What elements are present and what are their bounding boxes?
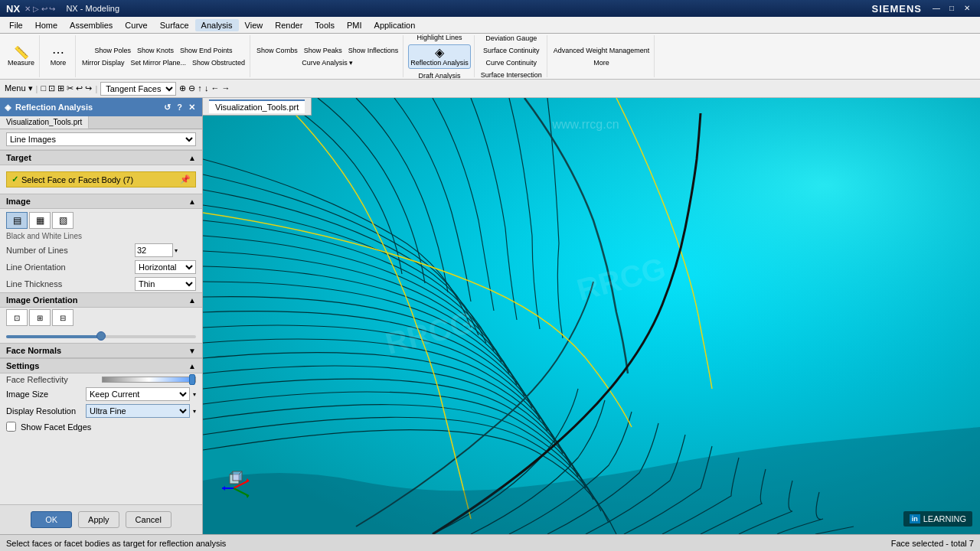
mirror-display-btn[interactable]: Mirror Display: [80, 57, 126, 68]
minimize-button[interactable]: —: [929, 3, 943, 14]
show-facet-edges-checkbox[interactable]: [6, 422, 16, 432]
toolbar-measure-btn[interactable]: 📏 Measure: [6, 45, 36, 68]
line-thickness-select[interactable]: Thin Medium Thick: [135, 277, 196, 291]
menu-tools[interactable]: Tools: [309, 19, 341, 31]
curve-row2: Curve Analysis ▾: [300, 57, 354, 68]
show-peaks-btn[interactable]: Show Peaks: [302, 45, 344, 56]
main-area: ◈ Reflection Analysis ↺ ? ✕ Visualizatio…: [0, 98, 980, 534]
reflectivity-bar[interactable]: [102, 377, 196, 383]
app-icon: NX: [6, 3, 20, 15]
orient-btn-3[interactable]: ⊟: [52, 309, 74, 326]
curve-continuity-btn[interactable]: Curve Continuity: [485, 57, 539, 68]
linkedin-badge: in LEARNING: [903, 511, 972, 527]
toolbar-measure-group: 📏 Measure: [3, 35, 40, 77]
statusbar-left: Select faces or facet bodies as target f…: [6, 539, 226, 548]
image-label: Image: [6, 197, 31, 206]
menu-surface[interactable]: Surface: [154, 19, 195, 31]
show-facet-edges-label: Show Facet Edges: [21, 422, 91, 432]
tab-visualization-tools[interactable]: Visualization_Tools.prt: [0, 116, 89, 129]
menu-view[interactable]: View: [239, 19, 270, 31]
orientation-slider-thumb[interactable]: [96, 331, 106, 341]
menu-application[interactable]: Application: [368, 19, 422, 31]
dialog-reset-btn[interactable]: ↺: [162, 103, 173, 112]
dialog-content: Line Images Environment Photo Studio Tar…: [0, 129, 202, 504]
face-normals-label: Face Normals: [6, 346, 61, 355]
menu-assemblies[interactable]: Assemblies: [64, 19, 119, 31]
set-mirror-plane-btn[interactable]: Set Mirror Plane...: [129, 57, 188, 68]
menu-file[interactable]: File: [3, 19, 29, 31]
maximize-button[interactable]: □: [945, 3, 959, 14]
action-buttons: OK Apply Cancel: [0, 504, 202, 534]
dialog-help-btn[interactable]: ?: [175, 103, 185, 112]
target-select-label: Select Face or Facet Body (7): [21, 175, 177, 184]
highlight-lines-btn[interactable]: 〰Highlight Lines: [415, 34, 463, 43]
viewport-svg: www.rrcg.cn RRCG RRCG: [203, 98, 980, 534]
commandbar: Menu ▾ | □ ⊡ ⊞ ✂ ↩ ↪ | Tangent Faces All…: [0, 80, 980, 98]
surface-continuity-btn[interactable]: Surface Continuity: [482, 45, 541, 56]
advanced-weight-btn[interactable]: Advanced Weight Management: [552, 45, 651, 56]
num-lines-input[interactable]: [135, 243, 173, 257]
show-poles-btn[interactable]: Show Poles: [93, 45, 133, 56]
viewport-tab-item[interactable]: Visualization_Tools.prt: [209, 99, 305, 113]
dialog-close-btn[interactable]: ✕: [186, 103, 198, 112]
orient-icon-3: ⊟: [60, 314, 66, 322]
curve-analysis-btn[interactable]: Curve Analysis ▾: [300, 57, 354, 68]
surface-continuity-label: Surface Continuity: [483, 47, 540, 54]
cancel-button[interactable]: Cancel: [126, 511, 172, 528]
show-combs-btn[interactable]: Show Combs: [255, 45, 299, 56]
target-section-header[interactable]: Target ▲: [0, 150, 202, 165]
image-section-header[interactable]: Image ▲: [0, 194, 202, 209]
type-dropdown[interactable]: Line Images Environment Photo Studio: [6, 132, 196, 146]
menu-render[interactable]: Render: [269, 19, 309, 31]
orient-btn-1[interactable]: ⊡: [6, 309, 28, 326]
mode-custom-btn[interactable]: ▧: [52, 212, 74, 229]
show-knots-btn[interactable]: Show Knots: [136, 45, 175, 56]
image-orientation-header[interactable]: Image Orientation ▲: [0, 292, 202, 308]
menu-home[interactable]: Home: [29, 19, 64, 31]
settings-header[interactable]: Settings ▲: [0, 358, 202, 373]
cmd-sep2: |: [95, 84, 97, 93]
deviation-gauge-btn[interactable]: Deviation Gauge: [484, 34, 538, 44]
line-orientation-select[interactable]: Horizontal Vertical: [135, 260, 196, 274]
image-section-content: ▤ ▦ ▧ Black and White Lines Number of Li…: [0, 209, 202, 292]
deviation-gauge-label: Deviation Gauge: [485, 34, 537, 42]
image-size-row: Image Size Keep Current Small Medium Lar…: [0, 386, 202, 403]
show-obstructed-btn[interactable]: Show Obstructed: [191, 57, 247, 68]
toolbar: 📏 Measure ⋯ More Show Poles Show Knots S…: [0, 34, 980, 80]
linkedin-text: LEARNING: [923, 514, 966, 523]
viewport-tab-bar: Visualization_Tools.prt: [203, 98, 312, 116]
menu-pmi[interactable]: PMI: [341, 19, 368, 31]
ok-button[interactable]: OK: [31, 511, 72, 528]
reflection-analysis-btn[interactable]: ◈Reflection Analysis: [408, 44, 471, 69]
show-end-points-label: Show End Points: [180, 47, 233, 54]
target-select-row[interactable]: ✓ Select Face or Facet Body (7) 📌: [6, 171, 196, 187]
orient-btn-2[interactable]: ⊞: [29, 309, 51, 326]
face-normals-header[interactable]: Face Normals ▼: [0, 343, 202, 358]
menu-analysis[interactable]: Analysis: [195, 19, 239, 31]
show-end-points-btn[interactable]: Show End Points: [178, 45, 234, 56]
draft-analysis-btn[interactable]: Draft Analysis: [416, 70, 462, 80]
show-combs-label: Show Combs: [256, 47, 298, 54]
toolbar-more-btn[interactable]: ⋯ More: [44, 45, 72, 68]
more-btn2[interactable]: More: [588, 57, 616, 68]
menu-label: Menu ▾: [5, 83, 33, 93]
menu-curve[interactable]: Curve: [119, 19, 153, 31]
measure-icon: 📏: [14, 47, 29, 59]
reflection-label: Reflection Analysis: [410, 59, 469, 67]
cmd-sep1: |: [36, 84, 38, 93]
tooltip-text: Black and White Lines: [6, 232, 82, 240]
left-panel: ◈ Reflection Analysis ↺ ? ✕ Visualizatio…: [0, 98, 203, 534]
mode-black-white-btn[interactable]: ▤: [6, 212, 28, 229]
image-size-select[interactable]: Keep Current Small Medium Large: [86, 387, 190, 401]
show-inflections-btn[interactable]: Show Inflections: [347, 45, 400, 56]
reflectivity-thumb[interactable]: [189, 374, 195, 385]
mode-color-stripes-btn[interactable]: ▦: [29, 212, 51, 229]
show-facet-edges-row: Show Facet Edges: [0, 419, 202, 434]
close-button[interactable]: ✕: [960, 3, 974, 14]
advanced-weight-label: Advanced Weight Management: [554, 47, 649, 54]
surface-intersection-btn[interactable]: Surface Intersection: [479, 70, 544, 80]
custom-icon: ▧: [59, 215, 67, 226]
apply-button[interactable]: Apply: [78, 511, 119, 528]
display-resolution-select[interactable]: Ultra Fine Fine Normal Coarse: [86, 404, 190, 418]
tangent-faces-dropdown[interactable]: Tangent Faces All Faces: [100, 82, 176, 96]
